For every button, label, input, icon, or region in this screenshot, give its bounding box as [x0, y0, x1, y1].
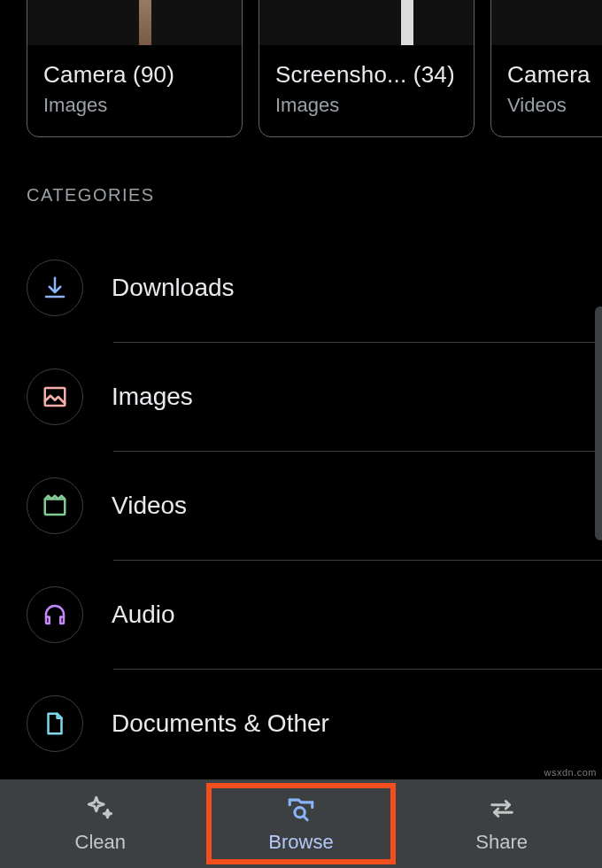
recent-folders-row: Camera (90) Images Screensho... (34) Ima… [0, 0, 602, 137]
watermark: wsxdn.com [544, 767, 597, 778]
scrollbar[interactable] [595, 306, 602, 540]
video-icon [27, 477, 83, 534]
category-images[interactable]: Images [0, 343, 602, 451]
category-label: Videos [112, 492, 187, 520]
browse-icon [286, 794, 316, 827]
category-audio[interactable]: Audio [0, 561, 602, 669]
category-videos[interactable]: Videos [0, 452, 602, 560]
image-icon [27, 368, 83, 425]
folder-card-camera-videos[interactable]: Camera Videos [490, 0, 602, 137]
folder-card-camera-images[interactable]: Camera (90) Images [27, 0, 243, 137]
category-documents[interactable]: Documents & Other [0, 670, 602, 778]
document-icon [27, 695, 83, 752]
sparkle-icon [85, 794, 115, 827]
categories-header: CATEGORIES [0, 137, 602, 221]
folder-card-title: Screensho... (34) [275, 61, 458, 89]
folder-card-title: Camera (90) [43, 61, 226, 89]
share-icon [487, 794, 517, 827]
nav-browse[interactable]: Browse [201, 779, 402, 868]
svg-rect-1 [45, 500, 66, 515]
folder-card-subtitle: Images [275, 94, 458, 117]
download-icon [27, 260, 83, 316]
folder-card-subtitle: Images [43, 94, 226, 117]
categories-list: Downloads Images Videos Audio Documents … [0, 221, 602, 778]
folder-thumbnail [259, 0, 474, 45]
folder-card-subtitle: Videos [507, 94, 602, 117]
folder-thumbnail [491, 0, 602, 45]
category-label: Images [112, 383, 193, 411]
folder-thumbnail [27, 0, 242, 45]
nav-label: Browse [268, 831, 333, 854]
nav-clean[interactable]: Clean [0, 779, 201, 868]
nav-label: Share [475, 831, 528, 854]
category-downloads[interactable]: Downloads [0, 234, 602, 342]
nav-label: Clean [75, 831, 126, 854]
folder-card-title: Camera [507, 61, 602, 89]
bottom-nav: Clean Browse Share [0, 779, 602, 868]
category-label: Audio [112, 601, 175, 629]
audio-icon [27, 586, 83, 643]
nav-share[interactable]: Share [401, 779, 602, 868]
category-label: Downloads [112, 274, 235, 302]
category-label: Documents & Other [112, 709, 329, 738]
folder-card-screenshots[interactable]: Screensho... (34) Images [259, 0, 475, 137]
